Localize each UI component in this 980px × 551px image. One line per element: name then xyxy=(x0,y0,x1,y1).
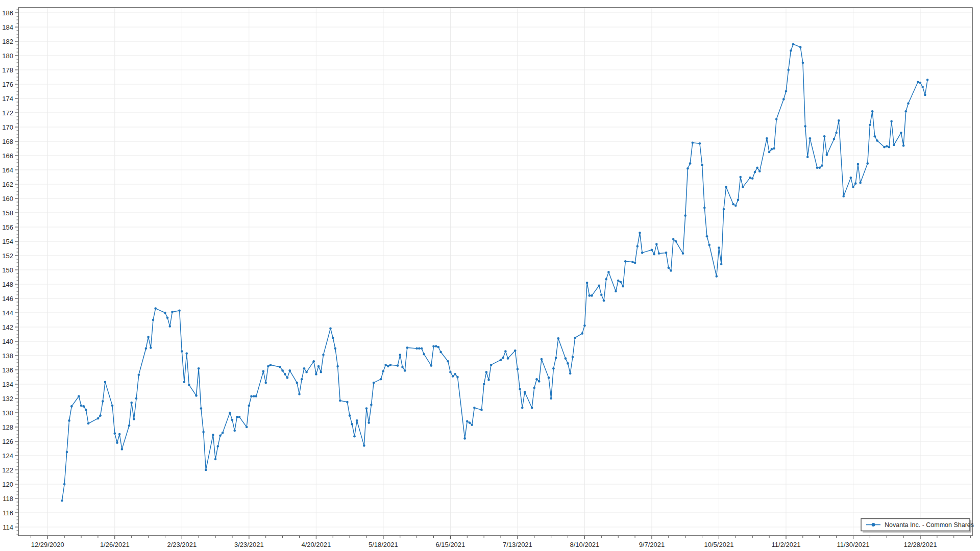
data-point-marker xyxy=(583,324,586,327)
data-point-marker xyxy=(418,347,421,350)
data-point-marker xyxy=(401,366,404,368)
data-point-marker xyxy=(684,214,687,217)
y-tick-label: 164 xyxy=(2,166,13,174)
data-point-marker xyxy=(288,369,291,372)
data-point-marker xyxy=(456,376,459,379)
data-point-marker xyxy=(888,146,891,148)
data-point-marker xyxy=(349,414,351,417)
data-point-marker xyxy=(102,400,104,403)
data-point-marker xyxy=(866,162,869,165)
data-point-marker xyxy=(171,311,174,313)
data-point-marker xyxy=(631,261,634,263)
data-point-marker xyxy=(768,151,771,154)
data-point-marker xyxy=(217,445,219,448)
data-point-marker xyxy=(286,377,289,379)
data-point-marker xyxy=(80,405,83,407)
data-point-marker xyxy=(792,43,795,45)
data-point-marker xyxy=(85,409,87,411)
data-point-marker xyxy=(469,421,471,424)
data-point-marker xyxy=(890,120,893,123)
data-point-marker xyxy=(754,171,756,173)
data-point-marker xyxy=(145,347,148,350)
y-tick-label: 174 xyxy=(2,95,13,103)
data-point-marker xyxy=(823,135,826,138)
y-tick-label: 166 xyxy=(2,152,13,160)
x-tick-label: 2/23/2021 xyxy=(167,541,197,548)
legend-label: Novanta Inc. - Common Shares xyxy=(885,521,974,529)
y-tick-label: 180 xyxy=(2,52,13,60)
data-point-marker xyxy=(905,110,908,113)
data-point-marker xyxy=(480,409,483,411)
data-point-marker xyxy=(222,432,224,434)
data-point-marker xyxy=(802,62,804,64)
data-point-marker xyxy=(70,405,73,408)
data-point-marker xyxy=(332,337,334,339)
x-tick-label: 4/20/2021 xyxy=(301,541,331,548)
y-tick-label: 156 xyxy=(2,223,13,231)
data-point-marker xyxy=(835,132,838,134)
data-point-marker xyxy=(154,307,157,310)
data-point-marker xyxy=(622,285,624,288)
y-tick-label: 148 xyxy=(2,281,13,288)
data-point-marker xyxy=(87,422,90,425)
data-point-marker xyxy=(483,383,485,386)
y-tick-label: 172 xyxy=(2,109,13,117)
data-point-marker xyxy=(924,94,926,96)
data-point-marker xyxy=(351,423,354,425)
legend[interactable]: Novanta Inc. - Common Shares xyxy=(861,519,974,532)
y-tick-label: 146 xyxy=(2,295,13,303)
stock-price-chart: 1141161181201221241261281301321341361381… xyxy=(0,0,980,551)
data-point-marker xyxy=(238,416,241,418)
y-tick-label: 126 xyxy=(2,438,13,445)
data-point-marker xyxy=(195,394,198,397)
data-point-marker xyxy=(787,69,790,71)
data-point-marker xyxy=(555,357,557,359)
data-point-marker xyxy=(857,163,860,166)
data-point-marker xyxy=(437,346,440,348)
data-point-marker xyxy=(130,402,133,404)
data-point-marker xyxy=(859,182,862,184)
data-point-marker xyxy=(202,431,205,434)
data-point-marker xyxy=(852,186,854,188)
data-point-marker xyxy=(205,469,207,471)
y-tick-label: 142 xyxy=(2,323,13,331)
data-point-marker xyxy=(320,371,323,373)
legend-marker-icon xyxy=(872,523,875,527)
data-point-marker xyxy=(365,407,368,410)
data-point-marker xyxy=(487,379,490,381)
y-tick-label: 178 xyxy=(2,66,13,74)
data-point-marker xyxy=(346,401,349,404)
data-point-marker xyxy=(569,372,572,375)
data-point-marker xyxy=(415,347,418,350)
y-tick-label: 182 xyxy=(2,38,13,45)
data-point-marker xyxy=(118,433,121,436)
data-point-marker xyxy=(353,435,356,438)
data-point-marker xyxy=(384,364,387,366)
chart-window: 1141161181201221241261281301321341361381… xyxy=(0,0,980,551)
data-point-marker xyxy=(312,360,315,363)
x-tick-label: 3/23/2021 xyxy=(234,541,264,548)
x-tick-label: 9/7/2021 xyxy=(639,541,665,548)
y-tick-label: 184 xyxy=(2,23,13,31)
data-point-marker xyxy=(806,156,809,159)
data-point-marker xyxy=(279,366,282,368)
data-point-marker xyxy=(485,371,488,373)
data-point-marker xyxy=(183,381,186,384)
data-point-marker xyxy=(907,103,910,105)
y-tick-label: 122 xyxy=(2,466,13,474)
y-tick-label: 128 xyxy=(2,423,13,431)
y-tick-label: 162 xyxy=(2,181,13,188)
data-point-marker xyxy=(634,262,636,264)
data-point-marker xyxy=(435,345,437,348)
data-point-marker xyxy=(701,164,703,166)
data-point-marker xyxy=(670,269,672,272)
data-point-marker xyxy=(833,138,836,141)
data-point-marker xyxy=(233,430,236,432)
data-point-marker xyxy=(636,245,639,248)
data-point-marker xyxy=(842,195,845,198)
data-point-marker xyxy=(742,186,744,188)
data-point-marker xyxy=(607,271,610,273)
data-point-marker xyxy=(97,417,100,420)
data-point-marker xyxy=(785,90,788,93)
data-point-marker xyxy=(78,395,80,398)
